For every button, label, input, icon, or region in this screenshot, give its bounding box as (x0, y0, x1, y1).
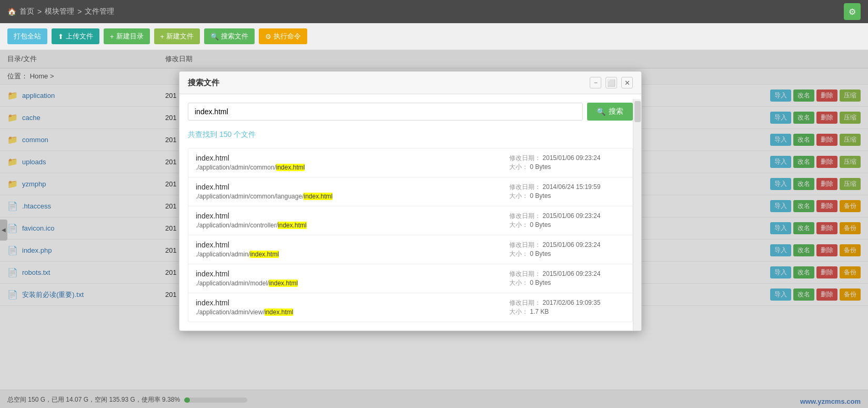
new-file-button[interactable]: + 新建文件 (154, 28, 200, 44)
exec-command-button[interactable]: ⚙ 执行命令 (259, 28, 307, 44)
result-date-row: 修改日期： 2015/01/06 09:23:24 (509, 154, 625, 163)
result-right: 修改日期： 2015/01/06 09:23:24 大小： 0 Bytes (509, 270, 625, 287)
result-path-prefix: ./application/admin/view/ (196, 309, 265, 316)
modal-controls: － ⬜ ✕ (590, 77, 633, 88)
home-link[interactable]: 首页 (19, 7, 34, 16)
result-right: 修改日期： 2015/01/06 09:23:24 大小： 0 Bytes (509, 241, 625, 258)
result-filename: index.html (196, 298, 293, 307)
result-path: ./application/admin/controller/index.htm… (196, 222, 307, 229)
breadcrumb: 🏠 首页 > 模块管理 > 文件管理 (7, 7, 114, 16)
result-right: 修改日期： 2014/06/24 15:19:59 大小： 0 Bytes (509, 183, 625, 201)
result-date-row: 修改日期： 2017/02/06 19:09:35 (509, 298, 625, 307)
result-path-highlight: index.html (304, 193, 332, 200)
header-search-button[interactable]: ⚙ (844, 3, 861, 20)
result-item[interactable]: index.html ./application/admin/controlle… (188, 206, 632, 235)
modal-title: 搜索文件 (188, 78, 219, 88)
result-item[interactable]: index.html ./application/admin/model/ind… (188, 264, 632, 293)
main-content: ◀ 目录/文件 修改日期 位置： Home > 📁 application 20… (0, 50, 868, 408)
result-path: ./application/admin/index.html (196, 251, 279, 258)
result-filename: index.html (196, 212, 307, 220)
result-path-highlight: index.html (278, 222, 307, 229)
result-path-highlight: index.html (269, 280, 298, 287)
result-size-row: 大小： 1.7 KB (509, 307, 625, 316)
modal-body: 🔍 搜索 共查找到 150 个文件 index.html ./applicati… (179, 94, 641, 331)
search-modal: 搜索文件 － ⬜ ✕ 🔍 搜索 共查找到 150 个文件 index.html … (179, 71, 642, 331)
modal-minimize-button[interactable]: － (590, 77, 601, 88)
modal-close-button[interactable]: ✕ (621, 77, 633, 88)
toolbar: 打包全站 ⬆ 上传文件 + 新建目录 + 新建文件 🔍 搜索文件 ⚙ 执行命令 (0, 23, 868, 50)
search-button[interactable]: 🔍 搜索 (587, 103, 633, 121)
result-right: 修改日期： 2017/02/06 19:09:35 大小： 1.7 KB (509, 298, 625, 316)
current-page: 文件管理 (85, 7, 114, 16)
modal-header: 搜索文件 － ⬜ ✕ (179, 72, 641, 94)
result-left: index.html ./application/admin/common/la… (196, 183, 332, 200)
result-date-row: 修改日期： 2015/01/06 09:23:24 (509, 270, 625, 278)
result-right: 修改日期： 2015/01/06 09:23:24 大小： 0 Bytes (509, 212, 625, 230)
new-dir-button[interactable]: + 新建目录 (104, 28, 150, 44)
result-path: ./application/admin/common/index.html (196, 164, 305, 171)
result-size-row: 大小： 0 Bytes (509, 163, 625, 172)
sep1: > (37, 7, 42, 16)
header-right: ⚙ (844, 3, 861, 20)
result-path: ./application/admin/model/index.html (196, 280, 298, 287)
result-path: ./application/admin/view/index.html (196, 309, 293, 316)
result-size-row: 大小： 0 Bytes (509, 278, 625, 287)
sep2: > (77, 7, 82, 16)
modal-maximize-button[interactable]: ⬜ (605, 77, 617, 88)
result-left: index.html ./application/admin/index.htm… (196, 241, 279, 258)
result-size-row: 大小： 0 Bytes (509, 192, 625, 201)
header-bar: 🏠 首页 > 模块管理 > 文件管理 ⚙ (0, 0, 868, 23)
result-path-prefix: ./application/admin/controller/ (196, 222, 278, 229)
search-row: 🔍 搜索 (188, 103, 633, 121)
result-filename: index.html (196, 183, 332, 191)
search-files-button[interactable]: 🔍 搜索文件 (204, 28, 255, 44)
search-input[interactable] (188, 103, 583, 121)
result-path-prefix: ./application/admin/common/language/ (196, 193, 304, 200)
result-item[interactable]: index.html ./application/admin/index.htm… (188, 235, 632, 264)
result-left: index.html ./application/admin/common/in… (196, 154, 305, 171)
result-path-prefix: ./application/admin/common/ (196, 164, 276, 171)
result-item[interactable]: index.html ./application/admin/common/in… (188, 148, 632, 177)
results-summary: 共查找到 150 个文件 (188, 127, 633, 143)
result-path-highlight: index.html (265, 309, 294, 316)
result-path: ./application/admin/common/language/inde… (196, 193, 332, 200)
result-date-row: 修改日期： 2015/01/06 09:23:24 (509, 241, 625, 250)
result-item[interactable]: index.html ./application/admin/view/inde… (188, 293, 632, 322)
result-item[interactable]: index.html ./application/admin/common/la… (188, 177, 632, 206)
module-link[interactable]: 模块管理 (45, 7, 74, 16)
home-icon: 🏠 (7, 7, 16, 16)
result-left: index.html ./application/admin/view/inde… (196, 298, 293, 316)
result-left: index.html ./application/admin/model/ind… (196, 270, 298, 287)
upload-button[interactable]: ⬆ 上传文件 (52, 28, 99, 44)
pack-button[interactable]: 打包全站 (7, 28, 47, 44)
result-size-row: 大小： 0 Bytes (509, 250, 625, 258)
result-filename: index.html (196, 154, 305, 162)
result-date-row: 修改日期： 2015/01/06 09:23:24 (509, 212, 625, 221)
result-path-prefix: ./application/admin/model/ (196, 280, 269, 287)
result-path-prefix: ./application/admin/ (196, 251, 250, 258)
result-path-highlight: index.html (250, 251, 279, 258)
results-list: index.html ./application/admin/common/in… (188, 148, 633, 322)
result-path-highlight: index.html (276, 164, 305, 171)
result-size-row: 大小： 0 Bytes (509, 221, 625, 230)
result-filename: index.html (196, 241, 279, 249)
result-right: 修改日期： 2015/01/06 09:23:24 大小： 0 Bytes (509, 154, 625, 172)
result-left: index.html ./application/admin/controlle… (196, 212, 307, 229)
result-filename: index.html (196, 270, 298, 278)
result-date-row: 修改日期： 2014/06/24 15:19:59 (509, 183, 625, 192)
